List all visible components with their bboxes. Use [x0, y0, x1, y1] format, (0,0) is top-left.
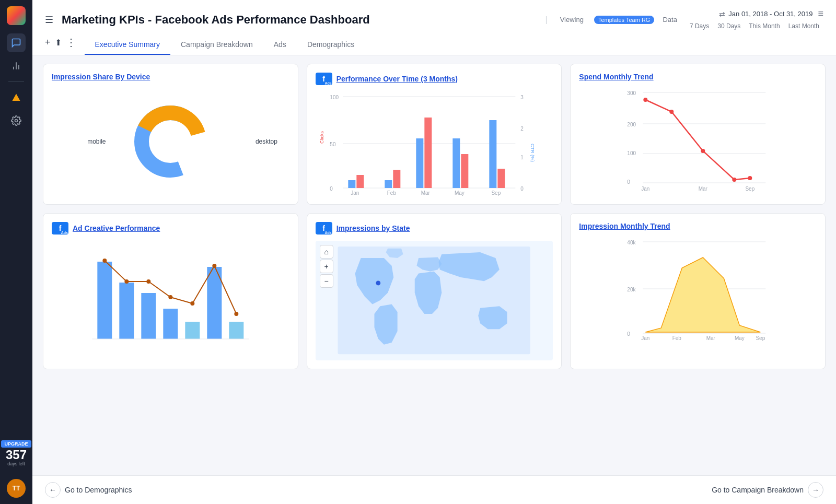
chart-row-2: f Ads Ad Creative Performance: [43, 213, 826, 369]
svg-text:40k: 40k: [628, 240, 636, 245]
map-controls: ⌂ + −: [320, 245, 333, 288]
template-badge[interactable]: Templates Team RG: [594, 16, 654, 24]
filter-last-month[interactable]: Last Month: [784, 21, 823, 31]
avatar[interactable]: TT: [7, 479, 26, 498]
svg-text:1: 1: [520, 155, 524, 160]
spend-trend-title[interactable]: Spend Monthly Trend: [579, 73, 817, 81]
viewing-label: Viewing: [560, 16, 584, 24]
prev-nav-button[interactable]: ← Go to Demographics: [45, 482, 132, 498]
content-area: Impression Share By Device mobile deskto…: [32, 55, 836, 475]
impression-share-title[interactable]: Impression Share By Device: [52, 73, 289, 81]
filter-7days[interactable]: 7 Days: [686, 21, 713, 31]
svg-text:May: May: [455, 190, 465, 196]
filter-30days[interactable]: 30 Days: [713, 21, 745, 31]
chart-bar-icon[interactable]: [7, 56, 26, 75]
impression-share-card: Impression Share By Device mobile deskto…: [43, 64, 298, 205]
main-content: ☰ Marketing KPIs - Facebook Ads Performa…: [32, 0, 836, 504]
upgrade-section: UPGRADE 357 days left: [1, 440, 31, 466]
svg-rect-29: [497, 169, 505, 188]
svg-text:100: 100: [628, 150, 636, 156]
filter-icon[interactable]: ≡: [818, 8, 823, 19]
donut-chart: mobile desktop: [52, 87, 289, 196]
svg-rect-28: [489, 120, 496, 188]
svg-point-44: [670, 110, 674, 114]
svg-rect-23: [393, 170, 400, 188]
ad-creative-title-row: f Ads Ad Creative Performance: [52, 222, 289, 235]
svg-text:100: 100: [330, 95, 339, 100]
svg-text:Jan: Jan: [351, 190, 359, 196]
performance-svg: 100 50 0 3 2 1 0 Clicks CTR (%): [316, 91, 553, 196]
svg-text:May: May: [735, 335, 745, 341]
impressions-state-title[interactable]: Impressions by State: [336, 224, 410, 232]
quick-filter-row: 7 Days 30 Days This Month Last Month: [686, 21, 823, 31]
filter-this-month[interactable]: This Month: [745, 21, 784, 31]
svg-rect-20: [348, 180, 355, 188]
impression-trend-title[interactable]: Impression Monthly Trend: [579, 222, 817, 230]
impression-trend-svg: 40k 20k 0 Jan Feb Mar Ma: [579, 237, 817, 341]
title-separator: |: [545, 15, 548, 25]
prev-arrow-circle[interactable]: ←: [45, 482, 61, 498]
tab-ads[interactable]: Ads: [263, 35, 297, 55]
date-range-display: ⇄ Jan 01, 2018 - Oct 31, 2019 ≡: [719, 8, 823, 19]
spend-trend-chart: 300 200 100 0: [579, 87, 817, 196]
svg-text:Mar: Mar: [699, 186, 708, 192]
svg-marker-3: [13, 94, 20, 101]
svg-point-7: [149, 121, 191, 162]
svg-rect-25: [424, 118, 432, 188]
add-button[interactable]: +: [45, 37, 51, 48]
performance-chart: 100 50 0 3 2 1 0 Clicks CTR (%): [316, 91, 553, 196]
donut-svg: [129, 100, 212, 183]
upgrade-badge[interactable]: UPGRADE: [1, 440, 31, 448]
map-svg: [327, 247, 541, 354]
more-options-button[interactable]: ⋮: [66, 36, 76, 49]
map-zoom-in-button[interactable]: +: [320, 260, 333, 273]
next-arrow-icon: →: [812, 486, 819, 494]
svg-point-43: [644, 98, 648, 102]
svg-text:Mar: Mar: [706, 335, 716, 341]
performance-title[interactable]: Performance Over Time (3 Months): [336, 75, 458, 83]
svg-point-4: [15, 120, 18, 122]
svg-rect-54: [163, 309, 178, 339]
svg-text:300: 300: [628, 90, 636, 96]
performance-over-time-card: f Ads Performance Over Time (3 Months) 1…: [307, 64, 562, 205]
header-actions: + ⬆ ⋮: [45, 36, 76, 49]
map-zoom-out-button[interactable]: −: [320, 274, 333, 288]
svg-rect-22: [385, 180, 392, 188]
svg-text:CTR (%): CTR (%): [530, 144, 535, 162]
fb-ads-icon-3: f Ads: [316, 222, 332, 235]
svg-text:Sep: Sep: [491, 190, 501, 196]
export-button[interactable]: ⬆: [55, 38, 62, 48]
svg-text:Sep: Sep: [746, 186, 755, 192]
world-map: ⌂ + −: [316, 241, 553, 360]
triangle-icon[interactable]: [7, 88, 26, 107]
tab-demographics[interactable]: Demographics: [297, 35, 365, 55]
next-nav-button[interactable]: Go to Campaign Breakdown →: [712, 482, 823, 498]
tab-executive-summary[interactable]: Executive Summary: [85, 35, 170, 55]
fb-ads-icon: f Ads: [316, 73, 332, 85]
svg-text:0: 0: [628, 331, 631, 337]
svg-point-46: [733, 178, 737, 182]
fb-ads-icon-2: f Ads: [52, 222, 68, 235]
next-arrow-circle[interactable]: →: [808, 482, 823, 498]
app-logo[interactable]: [7, 6, 26, 25]
map-home-button[interactable]: ⌂: [320, 245, 333, 259]
chat-icon[interactable]: [7, 33, 26, 52]
svg-text:50: 50: [330, 142, 336, 147]
svg-rect-53: [141, 293, 156, 339]
svg-point-64: [212, 264, 216, 268]
svg-point-47: [748, 176, 752, 180]
data-link[interactable]: Data: [663, 16, 677, 24]
svg-rect-52: [119, 283, 134, 339]
settings-icon[interactable]: [7, 111, 26, 130]
tab-campaign-breakdown[interactable]: Campaign Breakdown: [170, 35, 263, 55]
mobile-label: mobile: [87, 138, 106, 145]
ad-creative-card: f Ads Ad Creative Performance: [43, 213, 298, 369]
svg-text:2: 2: [520, 126, 524, 132]
ad-creative-title[interactable]: Ad Creative Performance: [73, 224, 160, 232]
svg-point-65: [234, 312, 238, 316]
svg-point-62: [168, 295, 172, 299]
menu-button[interactable]: ☰: [45, 14, 53, 26]
page-title: Marketing KPIs - Facebook Ads Performanc…: [62, 13, 533, 27]
header-top: ☰ Marketing KPIs - Facebook Ads Performa…: [45, 8, 823, 31]
impressions-state-title-row: f Ads Impressions by State: [316, 222, 553, 235]
